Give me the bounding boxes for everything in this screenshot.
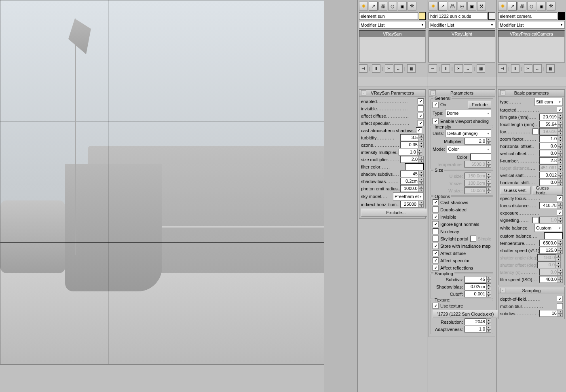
photon-emit-spinner[interactable]: 1000.0▲▼: [400, 185, 424, 192]
modify-tab-icon[interactable]: ↗: [369, 2, 378, 11]
exclude-button[interactable]: Exclude...: [361, 209, 431, 217]
camera-temp-spinner[interactable]: 6500.0▲▼: [539, 240, 563, 247]
object-color-swatch[interactable]: [488, 12, 495, 20]
object-color-swatch[interactable]: [558, 12, 565, 20]
resolution-spinner[interactable]: 2048▲▼: [465, 318, 491, 325]
pin-stack-icon[interactable]: ⊣: [359, 64, 367, 73]
cutoff-spinner[interactable]: 0.001▲▼: [465, 291, 491, 297]
rollout-header[interactable]: Basic parameters: [498, 90, 564, 97]
rollout-header[interactable]: Sampling: [498, 287, 564, 294]
size-mult-spinner[interactable]: 2.0▲▼: [400, 156, 424, 163]
create-tab-icon[interactable]: ✺: [429, 2, 437, 11]
pin-stack-icon[interactable]: ⊣: [498, 64, 507, 73]
indirect-horiz-spinner[interactable]: 25000.▲▼: [400, 201, 424, 208]
subdivs-spinner[interactable]: 45▲▼: [465, 276, 491, 283]
affect-specular-checkbox[interactable]: [433, 257, 439, 263]
enabled-checkbox[interactable]: [418, 98, 424, 104]
hierarchy-tab-icon[interactable]: 品: [517, 2, 526, 11]
guess-vert-button[interactable]: Guess vert.: [500, 186, 531, 194]
vert-offset-spinner[interactable]: 0.0▲▼: [539, 150, 563, 157]
utilities-tab-icon[interactable]: ⚒: [408, 2, 416, 11]
motion-blur-checkbox[interactable]: [557, 303, 563, 309]
cam-subdivs-spinner[interactable]: 16▲▼: [539, 310, 563, 317]
sky-model-dropdown[interactable]: Preetham et: [393, 192, 424, 200]
fov-checkbox[interactable]: [532, 129, 539, 135]
camera-type-dropdown[interactable]: Still cam: [534, 98, 563, 106]
configure-sets-icon[interactable]: ▦: [546, 64, 555, 73]
affect-diffuse-checkbox[interactable]: [433, 250, 439, 256]
motion-tab-icon[interactable]: ◎: [458, 2, 467, 11]
dof-checkbox[interactable]: [557, 296, 563, 302]
viewport-shading-checkbox[interactable]: [433, 118, 439, 124]
exposure-checkbox[interactable]: [557, 210, 563, 216]
affect-reflections-checkbox[interactable]: [433, 265, 439, 271]
adaptiveness-spinner[interactable]: 1.0▲▼: [465, 326, 491, 333]
invisible-checkbox[interactable]: [433, 214, 439, 220]
modifier-list-dropdown[interactable]: Modifier List: [498, 21, 565, 29]
affect-specular-checkbox[interactable]: [418, 120, 424, 126]
on-checkbox[interactable]: [433, 102, 439, 108]
object-name-input[interactable]: [498, 12, 557, 20]
remove-mod-icon[interactable]: ᴗ: [464, 64, 472, 73]
stack-item[interactable]: VRaySun: [359, 31, 425, 37]
modify-tab-icon[interactable]: ↗: [438, 2, 447, 11]
display-tab-icon[interactable]: ▣: [537, 2, 546, 11]
horiz-offset-spinner[interactable]: 0.0▲▼: [539, 143, 563, 150]
vert-shift-spinner[interactable]: 0.012▲▼: [539, 172, 563, 179]
show-end-icon[interactable]: Ⅱ: [511, 64, 520, 73]
stack-item[interactable]: VRayPhysicalCamera: [498, 31, 564, 37]
use-texture-checkbox[interactable]: [433, 303, 439, 309]
modify-tab-icon[interactable]: ↗: [508, 2, 517, 11]
units-dropdown[interactable]: Default (image): [446, 129, 491, 137]
no-decay-checkbox[interactable]: [433, 228, 439, 234]
unique-icon[interactable]: ✂: [385, 64, 393, 73]
shutter-speed-spinner[interactable]: 125.0▲▼: [539, 247, 563, 254]
zoom-spinner[interactable]: 1.0▲▼: [539, 135, 563, 142]
stack-item[interactable]: VRayLight: [429, 31, 495, 37]
create-tab-icon[interactable]: ✺: [498, 2, 507, 11]
pin-stack-icon[interactable]: ⊣: [429, 64, 437, 73]
specify-focus-checkbox[interactable]: [557, 195, 563, 201]
color-swatch[interactable]: [470, 154, 491, 160]
targeted-checkbox[interactable]: [557, 107, 563, 113]
modifier-stack[interactable]: VRaySun: [359, 30, 426, 63]
texture-map-button[interactable]: '1729 (1222 Sun Clouds.exr): [433, 310, 498, 318]
type-dropdown[interactable]: Dome: [445, 109, 491, 117]
create-tab-icon[interactable]: ✺: [359, 2, 368, 11]
turbidity-spinner[interactable]: 3.5▲▼: [400, 134, 424, 141]
multiplier-spinner[interactable]: 2.0▲▼: [465, 138, 491, 145]
mode-dropdown[interactable]: Color: [447, 145, 491, 153]
shadow-subdivs-spinner[interactable]: 45▲▼: [400, 171, 424, 177]
focal-length-spinner[interactable]: 59.64▲▼: [539, 121, 563, 128]
configure-sets-icon[interactable]: ▦: [407, 64, 416, 73]
modifier-list-dropdown[interactable]: Modifier List: [429, 21, 495, 29]
intensity-mult-spinner[interactable]: 1.0▲▼: [399, 149, 422, 156]
remove-mod-icon[interactable]: ᴗ: [533, 64, 542, 73]
custom-balance-swatch[interactable]: [544, 232, 563, 239]
store-irradiance-checkbox[interactable]: [433, 243, 439, 249]
modifier-stack[interactable]: VRayLight: [429, 30, 495, 63]
viewport[interactable]: [0, 0, 324, 365]
vignetting-checkbox[interactable]: [532, 217, 539, 223]
unique-icon[interactable]: ✂: [524, 64, 532, 73]
display-tab-icon[interactable]: ▣: [467, 2, 476, 11]
motion-tab-icon[interactable]: ◎: [388, 2, 397, 11]
object-name-input[interactable]: [359, 12, 418, 20]
focus-dist-spinner[interactable]: 418.78▲▼: [539, 202, 563, 209]
remove-mod-icon[interactable]: ᴗ: [394, 64, 403, 73]
modifier-list-dropdown[interactable]: Modifier List: [359, 21, 426, 29]
ozone-spinner[interactable]: 0.35▲▼: [400, 141, 424, 148]
filter-color-swatch[interactable]: [405, 163, 424, 170]
cast-shadows-checkbox[interactable]: [433, 199, 439, 205]
object-name-input[interactable]: [429, 12, 488, 20]
shadow-bias-spinner[interactable]: 0.02cm▲▼: [465, 283, 491, 290]
utilities-tab-icon[interactable]: ⚒: [547, 2, 555, 11]
exclude-button[interactable]: Exclude: [468, 101, 491, 109]
modifier-stack[interactable]: VRayPhysicalCamera: [498, 30, 565, 63]
skylight-portal-checkbox[interactable]: [433, 236, 439, 242]
hierarchy-tab-icon[interactable]: 品: [448, 2, 457, 11]
fnumber-spinner[interactable]: 2.8▲▼: [539, 157, 563, 164]
cast-atm-checkbox[interactable]: [416, 127, 422, 133]
object-color-swatch[interactable]: [419, 12, 426, 20]
white-balance-dropdown[interactable]: Custom: [534, 224, 563, 232]
